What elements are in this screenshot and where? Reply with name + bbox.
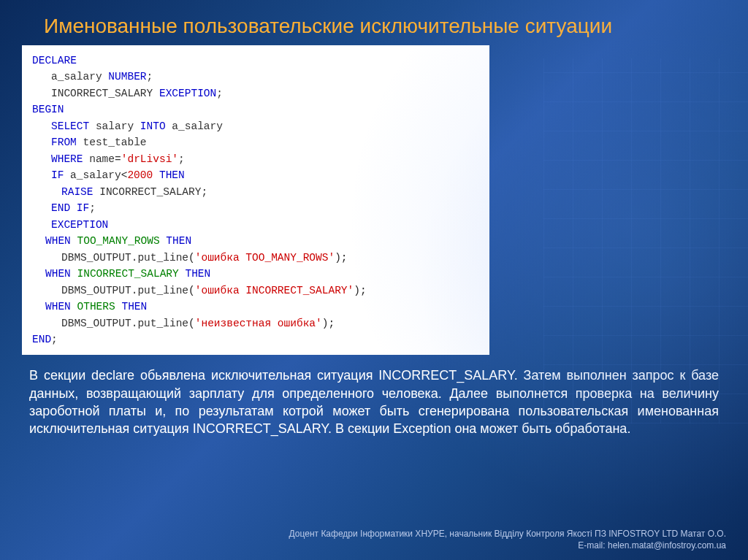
code-line: WHEN TOO_MANY_ROWS THEN	[32, 233, 479, 249]
code-line: DBMS_OUTPUT.put_line('ошибка TOO_MANY_RO…	[32, 250, 479, 266]
code-line: EXCEPTION	[32, 217, 479, 233]
footer-line1: Доцент Кафедри Інформатики ХНУРЕ, началь…	[289, 528, 726, 540]
code-line: WHERE name='drLivsi';	[32, 151, 479, 167]
code-line: BEGIN	[32, 101, 479, 118]
footer-line2: E-mail: helen.matat@infostroy.com.ua	[289, 540, 726, 551]
slide-title: Именованные пользовательские исключитель…	[0, 0, 748, 45]
code-line: WHEN INCORRECT_SALARY THEN	[32, 266, 479, 282]
slide-footer: Доцент Кафедри Інформатики ХНУРЕ, началь…	[289, 528, 726, 551]
code-line: END;	[32, 331, 479, 348]
code-line: a_salary NUMBER;	[32, 69, 479, 85]
code-line: INCORRECT_SALARY EXCEPTION;	[32, 85, 479, 101]
code-line: IF a_salary<2000 THEN	[32, 167, 479, 183]
slide-body: В секции declare обьявлена исключительна…	[0, 355, 748, 437]
code-line: END IF;	[32, 200, 479, 216]
code-example: DECLARE a_salary NUMBER; INCORRECT_SALAR…	[22, 45, 489, 355]
code-line: DECLARE	[32, 53, 479, 69]
code-line: DBMS_OUTPUT.put_line('неизвестная ошибка…	[32, 315, 479, 331]
code-line: RAISE INCORRECT_SALARY;	[32, 184, 479, 200]
code-line: FROM test_table	[32, 134, 479, 150]
code-line: SELECT salary INTO a_salary	[32, 118, 479, 134]
code-line: WHEN OTHERS THEN	[32, 299, 479, 315]
code-line: DBMS_OUTPUT.put_line('ошибка INCORRECT_S…	[32, 283, 479, 299]
